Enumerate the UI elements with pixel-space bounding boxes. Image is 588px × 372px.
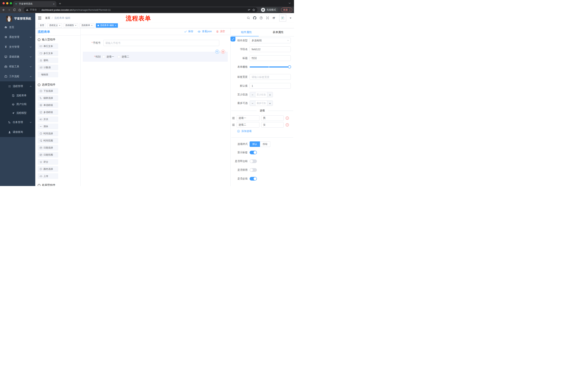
- component-tile-date-picker[interactable]: 日期选择: [38, 145, 58, 150]
- data-binding-handle[interactable]: [231, 37, 235, 42]
- option-value-input[interactable]: [261, 122, 284, 128]
- remove-option-icon[interactable]: [285, 123, 289, 127]
- canvas-field-gender-selected[interactable]: *性别 选项一 选项二: [83, 52, 228, 62]
- password-key-icon[interactable]: [248, 8, 251, 11]
- maximize-window-button[interactable]: [10, 2, 12, 4]
- sidebar-item-process-model[interactable]: 流程模型: [0, 109, 35, 117]
- gender-option-1[interactable]: 选项一: [102, 55, 114, 58]
- stepper-value[interactable]: 最多可选: [255, 101, 267, 106]
- title-input[interactable]: [250, 55, 291, 61]
- browser-update-button[interactable]: 更新: [281, 8, 292, 12]
- component-tile-upload[interactable]: 上传: [38, 173, 58, 179]
- window-controls[interactable]: [2, 2, 12, 4]
- option-label-input[interactable]: [237, 115, 259, 121]
- tag-process-form-edit[interactable]: 流程表单-编辑×: [96, 23, 118, 28]
- sidebar-item-user-group[interactable]: 用户分组: [0, 100, 35, 109]
- component-tile-textarea[interactable]: 多行文本: [38, 50, 58, 56]
- url-domain[interactable]: dashboard.yudao.iocoder.cn: [42, 9, 73, 11]
- drag-sort-icon[interactable]: [232, 117, 235, 120]
- sidebar-item-system[interactable]: 系统管理: [0, 32, 35, 42]
- stepper-increase-button[interactable]: +: [267, 92, 273, 97]
- component-tile-time-picker[interactable]: 时间选择: [38, 131, 58, 136]
- sidebar-item-leave-query[interactable]: 请假查询: [0, 127, 35, 137]
- sidebar-item-task-mgmt[interactable]: 任务管理: [0, 117, 35, 127]
- component-tile-radio-group[interactable]: 单选框组: [38, 102, 58, 108]
- component-tile-color-picker[interactable]: 颜色选择: [38, 166, 58, 172]
- stepper-decrease-button[interactable]: −: [250, 92, 255, 97]
- new-tab-button[interactable]: +: [59, 2, 61, 5]
- tag-close-icon[interactable]: ×: [59, 24, 60, 27]
- minimize-window-button[interactable]: [6, 2, 8, 4]
- save-button[interactable]: 保存: [184, 30, 193, 33]
- url-path[interactable]: /bpm/manager/form/edit?formId=11: [73, 9, 111, 11]
- duplicate-component-button[interactable]: [215, 50, 219, 54]
- add-option-button[interactable]: 添加选项: [237, 129, 294, 133]
- component-tile-password[interactable]: 密码: [38, 57, 58, 63]
- component-tile-cascader[interactable]: 级联选择: [38, 95, 58, 101]
- stepper-value[interactable]: 至少应选: [255, 92, 267, 97]
- sidebar-item-infrastructure[interactable]: 基础设施: [0, 52, 35, 62]
- fullscreen-icon[interactable]: [266, 16, 269, 20]
- slider-track[interactable]: [250, 66, 291, 67]
- avatar-caret-icon[interactable]: [290, 18, 292, 20]
- home-button[interactable]: [18, 8, 22, 12]
- component-tile-counter[interactable]: 123计数器: [38, 65, 58, 70]
- clear-button[interactable]: 清空: [216, 30, 225, 33]
- tag-process-definition[interactable]: 流程定义×: [47, 23, 62, 28]
- stepper-decrease-button[interactable]: −: [250, 101, 255, 106]
- sidebar-item-process-form[interactable]: 流程表单: [0, 91, 35, 100]
- github-icon[interactable]: [253, 16, 256, 20]
- form-grid-slider[interactable]: [250, 64, 291, 70]
- tab-component-props[interactable]: 组件属性: [231, 28, 262, 36]
- remove-option-icon[interactable]: [285, 116, 289, 120]
- disabled-switch[interactable]: [250, 168, 257, 172]
- component-tile-time-range[interactable]: 时间范围: [38, 138, 58, 143]
- default-value-input[interactable]: [250, 83, 291, 89]
- font-size-icon[interactable]: tT: [272, 16, 275, 20]
- sidebar-item-devtools[interactable]: 研发工具: [0, 62, 35, 72]
- segment-default[interactable]: 默认: [250, 141, 260, 147]
- url-bar[interactable]: 不安全 dashboard.yudao.iocoder.cn/bpm/manag…: [24, 7, 257, 12]
- tag-close-icon[interactable]: ×: [91, 24, 93, 27]
- breadcrumb-home[interactable]: 首页: [45, 16, 50, 20]
- not-secure-label[interactable]: 不安全: [30, 8, 37, 11]
- forward-button[interactable]: [7, 8, 11, 12]
- tab-search-chevron-icon[interactable]: [289, 2, 291, 4]
- canvas-field-phone[interactable]: *手机号: [83, 40, 230, 46]
- sidebar-collapse-icon[interactable]: [38, 16, 42, 20]
- sidebar-item-payment[interactable]: ¥ 支付管理: [0, 42, 35, 52]
- browser-menu-icon[interactable]: [290, 9, 290, 11]
- component-tile-rate[interactable]: 评分: [38, 159, 58, 165]
- sidebar-item-workflow[interactable]: 工作流程: [0, 72, 35, 81]
- component-tile-switch[interactable]: 开关: [38, 117, 58, 122]
- component-tile-slider[interactable]: 滑块: [38, 124, 58, 129]
- browser-tab[interactable]: 芋道管理系统 ×: [13, 1, 56, 7]
- component-tile-editor[interactable]: 编辑器: [38, 72, 58, 77]
- back-button[interactable]: [2, 8, 6, 12]
- border-switch[interactable]: [250, 159, 257, 163]
- not-secure-warning-icon[interactable]: [26, 9, 28, 11]
- required-switch[interactable]: [250, 177, 257, 181]
- checkbox-icon[interactable]: [102, 55, 105, 58]
- help-icon[interactable]: [259, 16, 263, 20]
- tab-form-props[interactable]: 表单属性: [262, 28, 294, 36]
- component-tile-select[interactable]: 下拉选择: [38, 88, 58, 94]
- view-json-button[interactable]: 查看json: [198, 30, 212, 33]
- gender-option-2[interactable]: 选项二: [117, 55, 129, 58]
- sidebar-logo[interactable]: 芋道管理系统: [0, 13, 35, 22]
- tab-close-icon[interactable]: ×: [53, 2, 55, 5]
- stepper-increase-button[interactable]: +: [267, 101, 273, 106]
- option-value-input[interactable]: [261, 115, 284, 121]
- component-tile-checkbox-group[interactable]: 多选框组: [38, 109, 58, 115]
- phone-input[interactable]: [103, 40, 219, 46]
- delete-component-button[interactable]: [221, 50, 225, 54]
- sidebar-item-process-mgmt[interactable]: 流程管理: [0, 81, 35, 91]
- tag-close-icon[interactable]: ×: [115, 24, 116, 27]
- tag-process-model[interactable]: 流程模型×: [64, 23, 78, 28]
- search-icon[interactable]: [247, 16, 250, 20]
- avatar[interactable]: [279, 15, 286, 21]
- tag-process-form[interactable]: 流程表单×: [80, 23, 94, 28]
- field-name-input[interactable]: [250, 46, 291, 52]
- close-window-button[interactable]: [2, 2, 5, 4]
- tag-home[interactable]: 首页: [38, 23, 46, 28]
